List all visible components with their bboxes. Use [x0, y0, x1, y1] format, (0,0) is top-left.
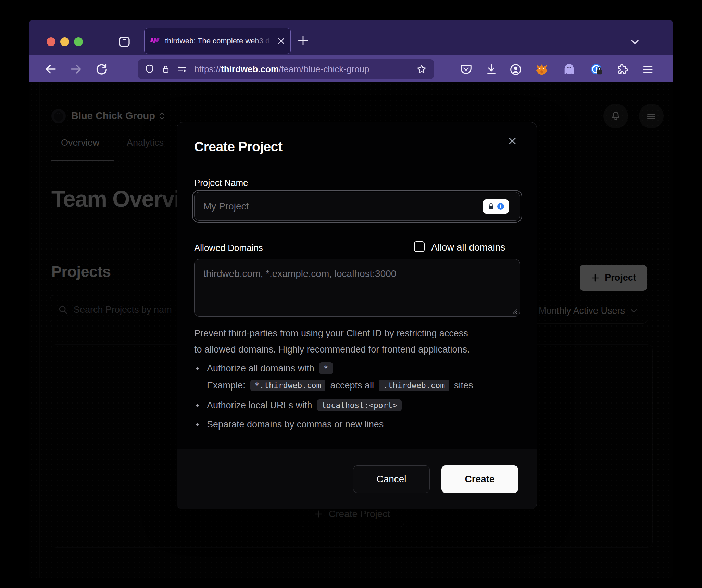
- code-localhost: localhost:<port>: [317, 399, 402, 411]
- close-window-button[interactable]: [47, 37, 55, 46]
- bullet-dot: [196, 423, 199, 426]
- tab-close-icon[interactable]: [276, 36, 286, 46]
- new-tab-icon[interactable]: [297, 34, 310, 47]
- bullet-text: sites: [454, 380, 473, 391]
- allowed-domains-label: Allowed Domains: [194, 243, 263, 253]
- permissions-icon[interactable]: [176, 64, 187, 75]
- modal-footer: Cancel Create: [177, 449, 537, 509]
- modal-close-icon[interactable]: [506, 135, 518, 147]
- modal-title: Create Project: [194, 139, 282, 154]
- back-icon[interactable]: [44, 62, 58, 76]
- project-name-input[interactable]: [195, 192, 520, 220]
- firefox-view-icon[interactable]: [117, 35, 131, 49]
- allow-all-domains-label[interactable]: Allow all domains: [431, 242, 505, 253]
- help-line-2: to allowed domains. Highly recommended f…: [194, 342, 469, 358]
- project-name-label: Project Name: [194, 178, 248, 188]
- bullet-text: Authorize local URLs with: [207, 400, 312, 411]
- bullet-text: accepts all: [330, 380, 374, 391]
- screen: thirdweb: The complete web3 d: [0, 0, 702, 588]
- bullet-example: Example: *.thirdweb.com accepts all .thi…: [207, 380, 473, 391]
- project-name-field: [194, 192, 520, 221]
- create-button[interactable]: Create: [441, 465, 518, 493]
- bookmark-star-icon[interactable]: [416, 64, 427, 75]
- onepassword-extension-icon[interactable]: [590, 63, 603, 76]
- code-wildcard-domain: *.thirdweb.com: [250, 380, 326, 391]
- list-tabs-chevron-icon[interactable]: [629, 36, 641, 48]
- bullet-local-urls: Authorize local URLs with localhost:<por…: [196, 399, 402, 411]
- onepassword-autofill-icon[interactable]: [483, 199, 509, 214]
- browser-tab[interactable]: thirdweb: The complete web3 d: [144, 28, 291, 54]
- downloads-icon[interactable]: [485, 63, 498, 76]
- tracking-shield-icon[interactable]: [144, 64, 155, 75]
- bullet-text: Separate domains by commas or new lines: [207, 419, 384, 430]
- thirdweb-favicon-icon: [150, 37, 160, 45]
- create-project-modal: Create Project Project Name Allowed Doma…: [177, 122, 537, 509]
- browser-titlebar: thirdweb: The complete web3 d: [29, 20, 673, 55]
- maximize-window-button[interactable]: [74, 37, 83, 46]
- resize-handle-icon[interactable]: [511, 307, 518, 314]
- extensions-puzzle-icon[interactable]: [616, 63, 629, 76]
- pocket-icon[interactable]: [460, 63, 473, 76]
- code-asterisk: *: [319, 362, 333, 374]
- browser-navbar: https://thirdweb.com/team/blue-chick-gro…: [29, 55, 673, 82]
- allowed-domains-textarea[interactable]: [195, 259, 520, 316]
- bullet-text: Example:: [207, 380, 246, 391]
- restrict-help-text: Prevent third-parties from using your Cl…: [194, 325, 469, 358]
- menu-hamburger-icon[interactable]: [642, 63, 654, 76]
- allow-all-domains-checkbox[interactable]: [414, 241, 425, 252]
- account-icon[interactable]: [509, 63, 523, 76]
- bullet-separate-domains: Separate domains by commas or new lines: [196, 419, 384, 430]
- cancel-button[interactable]: Cancel: [353, 465, 430, 493]
- url-path: /team/blue-chick-group: [279, 64, 369, 75]
- url-bar[interactable]: https://thirdweb.com/team/blue-chick-gro…: [138, 59, 434, 79]
- code-domain: .thirdweb.com: [379, 380, 449, 391]
- url-domain: thirdweb.com: [221, 64, 279, 75]
- url-scheme: https://: [194, 64, 221, 75]
- forward-icon[interactable]: [69, 62, 83, 76]
- phantom-extension-icon[interactable]: [562, 63, 576, 76]
- allowed-domains-field: [194, 259, 520, 317]
- connection-lock-icon[interactable]: [161, 64, 171, 74]
- bullet-authorize-all: Authorize all domains with *: [196, 362, 333, 374]
- metamask-extension-icon[interactable]: [535, 63, 549, 76]
- reload-icon[interactable]: [95, 62, 108, 76]
- bullet-text: Authorize all domains with: [207, 363, 314, 374]
- help-line-1: Prevent third-parties from using your Cl…: [194, 325, 469, 342]
- bullet-dot: [196, 404, 199, 407]
- bullet-dot: [196, 367, 199, 370]
- tab-title-fade: [252, 28, 273, 54]
- minimize-window-button[interactable]: [60, 37, 69, 46]
